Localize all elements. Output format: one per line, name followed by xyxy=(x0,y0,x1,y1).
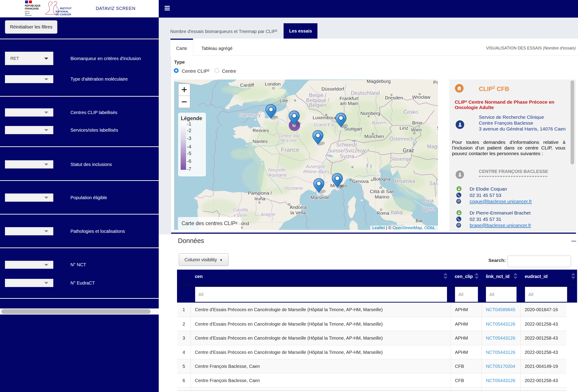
svg-text:Düsseldorf: Düsseldorf xyxy=(322,86,344,92)
svg-text:Dresden: Dresden xyxy=(385,95,403,100)
svg-text:Bologna: Bologna xyxy=(373,176,390,182)
svg-text:Frankfurt: Frankfurt xyxy=(339,96,359,101)
svg-text:Centre-Val: Centre-Val xyxy=(278,133,300,138)
svg-text:Roma: Roma xyxy=(377,210,389,216)
svg-text:Stuttgart: Stuttgart xyxy=(344,126,362,131)
svg-text:Marino: Marino xyxy=(375,194,389,199)
svg-text:Pamplona /: Pamplona / xyxy=(248,190,272,196)
svg-text:Polska: Polska xyxy=(433,80,438,85)
svg-text:Grand Est: Grand Est xyxy=(314,122,334,127)
svg-text:Slovensko: Slovensko xyxy=(437,125,438,131)
svg-text:Magdeburg: Magdeburg xyxy=(367,80,391,84)
svg-text:London: London xyxy=(265,81,281,87)
svg-text:Liberté: Liberté xyxy=(25,10,30,12)
svg-text:Genova: Genova xyxy=(352,179,369,184)
svg-text:Linz: Linz xyxy=(400,125,408,131)
svg-text:la Vella: la Vella xyxy=(290,210,306,215)
svg-text:Aragón: Aragón xyxy=(261,212,276,217)
svg-text:Rennes: Rennes xyxy=(253,128,269,133)
svg-text:-7: -7 xyxy=(187,166,192,172)
svg-text:Leaflet | © OpenStreetMap, ODb: Leaflet | © OpenStreetMap, ODbL xyxy=(372,225,435,230)
svg-text:de Loire: de Loire xyxy=(281,138,297,143)
svg-text:FRANÇAISE: FRANÇAISE xyxy=(25,7,39,10)
svg-text:Deutschland: Deutschland xyxy=(351,90,380,96)
svg-text:Belgien: Belgien xyxy=(309,102,327,108)
svg-text:DU CANCER: DU CANCER xyxy=(55,13,71,16)
svg-text:Bar: Bar xyxy=(416,218,423,223)
svg-text:Italia: Italia xyxy=(391,209,403,215)
svg-text:Carte des centres CLIP²: Carte des centres CLIP² xyxy=(182,220,237,226)
svg-text:Cardiff: Cardiff xyxy=(240,82,254,88)
svg-text:Castilla: Castilla xyxy=(233,207,248,212)
svg-text:Aquitaine: Aquitaine xyxy=(268,173,287,178)
svg-text:Rhône-Alpes: Rhône-Alpes xyxy=(303,169,329,174)
svg-text:Légende: Légende xyxy=(181,115,202,121)
svg-text:Occitanie: Occitanie xyxy=(284,186,303,191)
svg-text:Brno: Brno xyxy=(412,120,422,125)
svg-text:Fraternité: Fraternité xyxy=(25,14,32,16)
svg-text:Guernsey: Guernsey xyxy=(238,112,261,118)
svg-text:Nouvelle-: Nouvelle- xyxy=(268,167,288,172)
svg-text:Schweiz/: Schweiz/ xyxy=(336,142,357,148)
svg-text:Slovenija: Slovenija xyxy=(390,156,411,162)
svg-text:München: München xyxy=(364,134,384,139)
svg-text:RÉPUBLIQUE: RÉPUBLIQUE xyxy=(25,4,40,7)
svg-text:Hrvatska: Hrvatska xyxy=(395,178,415,184)
svg-text:-2: -2 xyxy=(187,128,192,133)
svg-text:Svizra: Svizra xyxy=(340,153,354,159)
svg-text:-6: -6 xyxy=(187,158,192,164)
svg-text:Црна: Црна xyxy=(423,206,435,212)
svg-text:Crna: Crna xyxy=(423,198,434,204)
svg-text:Česko: Česko xyxy=(403,109,418,115)
svg-text:Sarajevo: Sarajevo xyxy=(429,180,438,186)
svg-text:Magyarorsz: Magyarorsz xyxy=(427,144,438,149)
svg-text:-1: -1 xyxy=(187,121,192,127)
svg-text:-4: -4 xyxy=(187,144,192,149)
svg-text:am Main: am Main xyxy=(340,101,358,106)
svg-text:Andorra: Andorra xyxy=(290,204,307,210)
svg-text:Égalité: Égalité xyxy=(25,12,30,14)
svg-text:INSTITUT: INSTITUT xyxy=(60,7,72,10)
svg-text:Marseille: Marseille xyxy=(311,195,330,200)
svg-text:-3: -3 xyxy=(187,136,192,141)
svg-text:Auvergne-: Auvergne- xyxy=(306,164,327,169)
svg-text:Luxembourg: Luxembourg xyxy=(313,115,339,120)
svg-text:Iruña: Iruña xyxy=(254,196,265,201)
svg-text:Bayern: Bayern xyxy=(372,120,386,125)
svg-text:Nantes: Nantes xyxy=(253,139,268,144)
svg-text:Graz: Graz xyxy=(403,147,414,153)
svg-text:Wien: Wien xyxy=(411,127,422,132)
svg-text:Suisse/Svizzera/: Suisse/Svizzera/ xyxy=(328,148,366,153)
svg-text:Lille: Lille xyxy=(280,98,288,103)
svg-text:y León: y León xyxy=(233,213,247,218)
svg-text:Wrocław: Wrocław xyxy=(412,94,431,99)
svg-text:Österreich: Österreich xyxy=(389,136,413,142)
svg-text:Nürnberg: Nürnberg xyxy=(360,111,380,116)
svg-text:NATIONAL: NATIONAL xyxy=(55,10,69,13)
svg-text:Città di San: Città di San xyxy=(370,189,394,194)
svg-text:-5: -5 xyxy=(187,151,192,156)
svg-text:France: France xyxy=(281,146,299,153)
